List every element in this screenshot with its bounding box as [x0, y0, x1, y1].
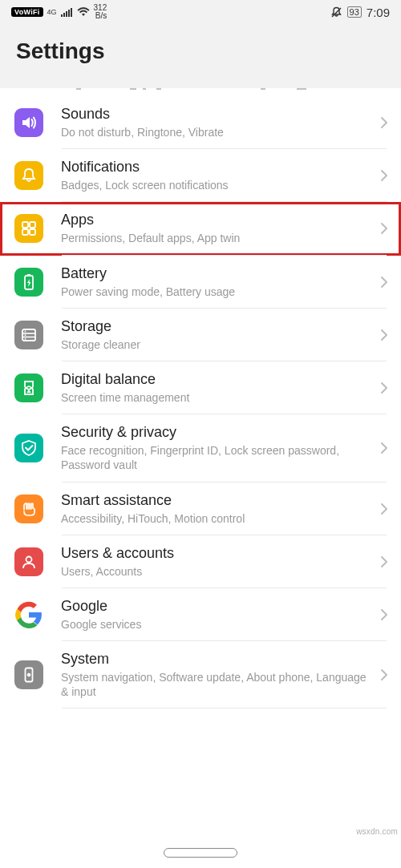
- chevron-right-icon: [380, 668, 388, 681]
- row-title: Notifications: [61, 159, 374, 176]
- row-text: Security & privacyFace recognition, Fing…: [61, 424, 374, 472]
- settings-row-security[interactable]: Security & privacyFace recognition, Fing…: [0, 414, 401, 482]
- row-text: StorageStorage cleaner: [61, 318, 374, 352]
- watermark: wsxdn.com: [356, 827, 398, 836]
- svg-rect-22: [27, 675, 30, 676]
- status-right: 93 7:09: [330, 6, 390, 19]
- settings-row-notifications[interactable]: NotificationsBadges, Lock screen notific…: [0, 149, 401, 202]
- row-text: SoundsDo not disturb, Ringtone, Vibrate: [61, 106, 374, 139]
- svg-point-16: [25, 334, 26, 336]
- system-icon: [14, 660, 43, 689]
- storage-icon: [14, 321, 43, 349]
- notifications-icon: [14, 161, 43, 190]
- users-icon: [14, 547, 43, 576]
- chevron-right-icon: [380, 442, 388, 454]
- row-text: Digital balanceScreen time management: [61, 371, 374, 405]
- settings-row-storage[interactable]: StorageStorage cleaner: [0, 309, 401, 361]
- svg-point-18: [26, 556, 32, 562]
- settings-row-users[interactable]: Users & accountsUsers, Accounts: [0, 535, 401, 588]
- svg-rect-3: [68, 10, 70, 17]
- row-text: Users & accountsUsers, Accounts: [61, 545, 374, 579]
- row-text: NotificationsBadges, Lock screen notific…: [61, 159, 374, 192]
- page-title: Settings: [0, 24, 401, 77]
- row-subtitle: System navigation, Software update, Abou…: [61, 670, 374, 699]
- row-subtitle: Face recognition, Fingerprint ID, Lock s…: [61, 443, 374, 472]
- row-subtitle: Badges, Lock screen notifications: [61, 178, 374, 192]
- chevron-right-icon: [380, 503, 388, 515]
- chevron-right-icon: [380, 382, 388, 394]
- row-title: Google: [61, 598, 374, 615]
- mute-icon: [330, 6, 342, 18]
- svg-rect-9: [30, 229, 35, 235]
- chevron-right-icon: [380, 608, 388, 621]
- wifi-icon: [77, 7, 90, 17]
- svg-rect-11: [27, 274, 30, 276]
- partial-row-cutoff: [0, 88, 401, 96]
- row-text: BatteryPower saving mode, Battery usage: [61, 265, 374, 299]
- row-title: Battery: [61, 265, 374, 282]
- chevron-right-icon: [380, 222, 388, 235]
- settings-row-apps[interactable]: AppsPermissions, Default apps, App twin: [0, 202, 401, 255]
- chevron-right-icon: [380, 169, 388, 182]
- smart-assistance-icon: [14, 495, 43, 523]
- svg-point-15: [25, 330, 26, 332]
- settings-list[interactable]: SoundsDo not disturb, Ringtone, VibrateN…: [0, 96, 401, 838]
- svg-rect-2: [66, 11, 67, 17]
- settings-row-battery[interactable]: BatteryPower saving mode, Battery usage: [0, 256, 401, 309]
- svg-rect-12: [22, 329, 35, 341]
- row-text: Smart assistanceAccessibility, HiTouch, …: [61, 492, 374, 526]
- svg-rect-8: [22, 229, 28, 235]
- row-subtitle: Users, Accounts: [61, 564, 374, 579]
- settings-row-system[interactable]: SystemSystem navigation, Software update…: [0, 641, 401, 709]
- battery-indicator: 93: [347, 6, 362, 18]
- chevron-right-icon: [380, 555, 388, 568]
- gesture-nav-bar[interactable]: [0, 838, 401, 868]
- security-icon: [14, 434, 43, 462]
- sounds-icon: [14, 108, 43, 137]
- battery-icon: [14, 268, 43, 297]
- row-subtitle: Power saving mode, Battery usage: [61, 285, 374, 299]
- svg-rect-1: [63, 13, 65, 17]
- row-title: Security & privacy: [61, 424, 374, 441]
- row-title: Digital balance: [61, 371, 374, 388]
- row-subtitle: Google services: [61, 617, 374, 632]
- row-subtitle: Permissions, Default apps, App twin: [61, 231, 374, 245]
- status-bar: VoWiFi 4G 312 B/s 93 7:09: [0, 0, 401, 24]
- signal-icon: [61, 8, 73, 17]
- row-title: Smart assistance: [61, 492, 374, 509]
- row-text: GoogleGoogle services: [61, 598, 374, 632]
- google-icon: [14, 600, 43, 629]
- network-speed: 312 B/s: [94, 4, 107, 20]
- settings-row-smart-assistance[interactable]: Smart assistanceAccessibility, HiTouch, …: [0, 482, 401, 535]
- apps-icon: [14, 214, 43, 243]
- row-title: Storage: [61, 318, 374, 335]
- chevron-right-icon: [380, 329, 388, 341]
- network-4g-label: 4G: [47, 9, 57, 16]
- settings-row-google[interactable]: GoogleGoogle services: [0, 588, 401, 641]
- svg-rect-4: [71, 8, 72, 17]
- clock: 7:09: [367, 6, 390, 19]
- row-title: Apps: [61, 212, 374, 228]
- row-title: System: [61, 651, 374, 668]
- vowifi-badge: VoWiFi: [11, 7, 43, 17]
- row-title: Users & accounts: [61, 545, 374, 562]
- row-text: SystemSystem navigation, Software update…: [61, 651, 374, 699]
- svg-rect-7: [30, 222, 35, 228]
- settings-row-sounds[interactable]: SoundsDo not disturb, Ringtone, Vibrate: [0, 96, 401, 149]
- chevron-right-icon: [380, 276, 388, 289]
- row-text: AppsPermissions, Default apps, App twin: [61, 212, 374, 245]
- settings-row-digital-balance[interactable]: Digital balanceScreen time management: [0, 361, 401, 414]
- row-subtitle: Do not disturb, Ringtone, Vibrate: [61, 125, 374, 139]
- digital-balance-icon: [14, 373, 43, 402]
- row-subtitle: Storage cleaner: [61, 337, 374, 352]
- svg-rect-0: [61, 14, 63, 17]
- row-title: Sounds: [61, 106, 374, 123]
- row-subtitle: Screen time management: [61, 390, 374, 405]
- status-left: VoWiFi 4G 312 B/s: [11, 4, 107, 20]
- chevron-right-icon: [380, 116, 388, 129]
- home-pill-icon[interactable]: [164, 848, 237, 858]
- row-subtitle: Accessibility, HiTouch, Motion control: [61, 511, 374, 526]
- svg-point-17: [25, 338, 26, 340]
- svg-rect-6: [22, 222, 28, 228]
